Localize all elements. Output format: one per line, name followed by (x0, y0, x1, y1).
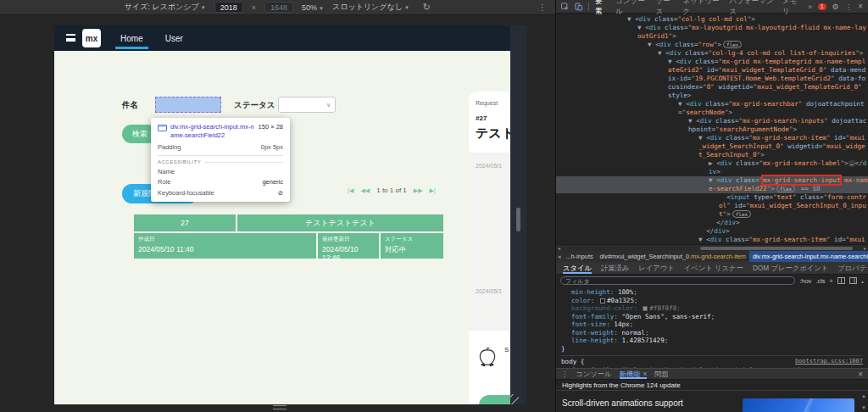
css-property[interactable]: font-weight: normal; (561, 329, 863, 337)
page-scrollbar[interactable] (510, 25, 526, 404)
reply-button[interactable]: へんしん (479, 395, 510, 404)
breadcrumb-item[interactable]: div#mxui_widget_SearchInput_0.mx-grid-se… (597, 251, 749, 262)
tree-node[interactable]: ▼ <div class="mx-grid-searchbar" dojoatt… (556, 100, 868, 117)
crumb-scroll-left-icon[interactable]: ◂ (556, 253, 563, 260)
styles-sidebar-tabs: スタイル計算済みレイアウトイベント リスナーDOM ブレークポイントプロパティア… (556, 262, 868, 275)
settings-gear-icon[interactable]: ⚙ (832, 3, 839, 11)
style-toolbar-item[interactable]: + (830, 277, 833, 285)
code-token: class (732, 159, 754, 167)
device-toolbar-kebab-icon[interactable]: ⋮ (538, 3, 547, 12)
tree-horizontal-scrollbar[interactable]: ◂ ▸ (556, 244, 868, 251)
tree-node[interactable]: ▼ <div class="mx-grid mx-templategrid mx… (556, 58, 868, 100)
css-property[interactable]: min-height: 100%; (561, 288, 863, 297)
tree-node[interactable]: ▼ <div class="mx-layoutgrid mx-layoutgri… (556, 24, 868, 41)
app-logo[interactable]: mx (82, 29, 101, 47)
tree-node[interactable]: <input type="text" class="form-control" … (556, 193, 868, 219)
prev-page-button[interactable]: ◀◀ (360, 187, 370, 194)
zoom-dropdown[interactable]: 50%▼ (302, 3, 324, 12)
css-property[interactable]: font-size: 14px; (561, 320, 863, 329)
drawer-tab-新機能[interactable]: 新機能× (620, 369, 648, 379)
scroll-up-icon[interactable]: ▲ (861, 393, 866, 398)
chevron-down-icon: ▼ (404, 5, 409, 10)
computed-panel-icon[interactable] (849, 277, 857, 284)
sidebar-tab-スタイル[interactable]: スタイル (563, 262, 592, 274)
code-token: mx-grid-searchbar (732, 100, 798, 108)
scroll-up-icon[interactable]: ▴ (861, 278, 864, 284)
drawer-tab-コンソール[interactable]: コンソール (576, 369, 611, 379)
styles-filter-input[interactable]: フィルタ (560, 276, 795, 285)
tree-hscroll-thumb[interactable] (700, 247, 853, 250)
viewport-drag-handle[interactable] (273, 405, 287, 409)
tree-node[interactable]: </div> (556, 227, 868, 236)
page-scrollbar-thumb[interactable] (516, 208, 520, 231)
tree-node[interactable]: ▼ <div class="mx-grid-search-item" id="m… (556, 236, 868, 244)
status-select[interactable]: ∨ (278, 97, 336, 113)
device-viewport: mx HomeUser 件名 ステータス ∨ 検索 新規問い合わせ |◀ ◀◀ … (54, 25, 526, 404)
tab-close-icon[interactable]: × (643, 370, 647, 378)
code-token: "> (840, 159, 848, 167)
css-property[interactable]: color: #0a1325; (561, 297, 863, 305)
drawer-tab-問題[interactable]: 問題 (654, 369, 669, 379)
inspect-element-icon[interactable] (561, 3, 569, 11)
whats-new-item-title[interactable]: Scroll-driven animations support (562, 398, 683, 408)
flex-badge: flex (723, 41, 742, 48)
drawer-close-icon[interactable]: × (858, 370, 863, 379)
sidebar-tab-イベント リスナー[interactable]: イベント リスナー (684, 262, 743, 274)
first-page-button[interactable]: |◀ (348, 187, 353, 194)
tree-node[interactable]: ▼ <div class="mx-grid-search-input mx-na… (556, 176, 868, 193)
tree-node[interactable]: ▶ <div class="mx-grid-search-label">…</d… (556, 159, 868, 176)
color-swatch[interactable] (600, 298, 605, 303)
rotate-viewport-icon[interactable]: ↻ (423, 2, 431, 13)
request-title: テスト (469, 122, 510, 142)
sidebar-tab-DOM ブレークポイント[interactable]: DOM ブレークポイント (753, 262, 828, 274)
tree-node[interactable]: ▼ <div class="col-lg col-md col"> (556, 15, 868, 24)
tree-node[interactable]: ▼ <div class="mx-grid-search-inputs" doj… (556, 117, 868, 134)
css-selector[interactable]: body { (561, 358, 584, 366)
code-token: mx-grid-search-item (753, 236, 826, 243)
tree-node[interactable]: </div> (556, 219, 868, 227)
sidebar-tab-レイアウト[interactable]: レイアウト (638, 262, 674, 274)
nav-tab-user[interactable]: User (164, 34, 185, 43)
last-page-button[interactable]: ▶| (430, 187, 436, 194)
css-property[interactable]: background-color: #f8f8f8; (561, 304, 863, 313)
error-badge[interactable]: 1 (818, 3, 826, 10)
viewport-resize-corner[interactable] (509, 394, 519, 404)
tree-node[interactable]: ▼ <div class="mx-grid-search-item" id="m… (556, 134, 868, 159)
css-property[interactable]: line-height: 1.428571429; (561, 337, 863, 345)
grid-mode-icon[interactable] (837, 277, 845, 284)
css-property[interactable]: font-family: "Open Sans", sans-serif; (561, 313, 863, 321)
code-token: > (726, 227, 730, 235)
code-token: 19.PGCONTEST.Home_Web.templateGrid2 (695, 75, 831, 82)
drawer-kebab-icon[interactable]: ⋮ (561, 370, 568, 378)
next-page-button[interactable]: ▶▶ (414, 187, 423, 194)
viewport-height-input[interactable]: 1648 (264, 2, 293, 13)
subject-input[interactable] (155, 97, 221, 113)
style-toolbar-item[interactable]: .cls (815, 277, 825, 285)
tooltip-a11y-row: Rolegeneric (158, 178, 283, 186)
device-toolbar-toggle-icon[interactable] (575, 3, 582, 11)
a11y-value: generic (262, 178, 283, 186)
scroll-down-icon[interactable]: ▼ (861, 405, 866, 410)
devtools-kebab-icon[interactable]: ⋮ (845, 3, 853, 11)
nav-tab-home[interactable]: Home (119, 34, 145, 43)
code-token: mxui_widget_TemplateGrid_0 (757, 83, 858, 91)
breadcrumb-item[interactable]: ...h-inputs (563, 251, 597, 262)
devtools-close-icon[interactable]: × (858, 2, 863, 11)
sidebar-tab-計算済み[interactable]: 計算済み (601, 262, 629, 274)
hamburger-menu-icon[interactable] (66, 34, 75, 42)
toolbar-divider (588, 3, 589, 11)
tree-node[interactable]: ▼ <div class="col-lg-4 col-md col list-o… (556, 49, 868, 58)
tree-node[interactable]: ▼ <div class="row">flex (556, 41, 868, 49)
breadcrumb-item-selected[interactable]: div.mx-grid-search-input.mx-name-searchF… (749, 251, 868, 262)
inquiry-table[interactable]: 27テストテストテスト 作成日2024/05/10 11:40最終更新日2024… (134, 214, 443, 260)
stylesheet-link[interactable]: bootstrap.scss:1007 (795, 358, 863, 366)
color-swatch[interactable] (643, 306, 648, 311)
whats-new-thumbnail[interactable] (743, 398, 854, 412)
throttling-dropdown[interactable]: スロットリングなし▼ (332, 2, 409, 13)
style-toolbar-item[interactable]: :hov (799, 277, 811, 285)
responsive-size-dropdown[interactable]: サイズ: レスポンシブ▼ (125, 2, 206, 13)
more-tabs-icon[interactable]: » (808, 3, 812, 11)
message-timestamp: 2024/05/1 (476, 288, 502, 294)
viewport-width-input[interactable]: 2018 (214, 2, 243, 13)
sidebar-tab-プロパティ[interactable]: プロパティ (837, 262, 868, 274)
